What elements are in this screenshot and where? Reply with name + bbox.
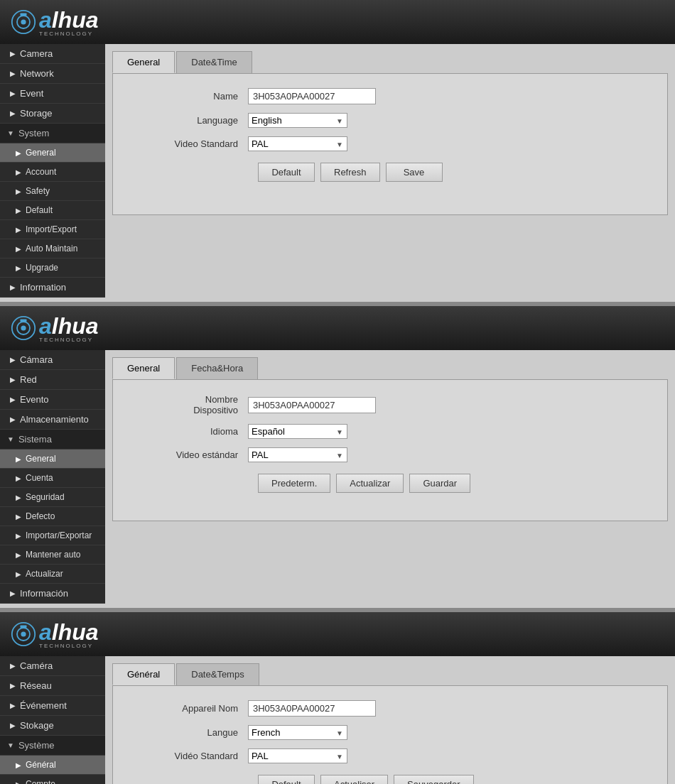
sidebar-item-1[interactable]: ▶Network: [0, 64, 105, 84]
form-label-0: Appareil Nom: [156, 703, 248, 714]
sidebar-item-0[interactable]: ▶Camera: [0, 44, 105, 64]
button-0[interactable]: Default: [258, 775, 315, 784]
select-wrapper-1: Español: [248, 424, 347, 439]
sidebar-item-11[interactable]: ▶Actualizar: [0, 565, 105, 584]
tabs: GeneralDate&Time: [112, 51, 668, 73]
svg-rect-7: [21, 319, 27, 322]
sidebar-arrow-7: ▶: [16, 187, 21, 195]
tab-0[interactable]: General: [112, 357, 175, 379]
sidebar-item-2[interactable]: ▶Evento: [0, 390, 105, 410]
button-1[interactable]: Actualiser: [320, 775, 388, 784]
sidebar-item-12[interactable]: ▶Información: [0, 584, 105, 604]
sidebar-arrow-12: ▶: [10, 589, 16, 597]
sidebar-item-10[interactable]: ▶Auto Maintain: [0, 239, 105, 258]
sidebar-arrow-0: ▶: [10, 662, 16, 670]
content-area: ▶Camera▶Network▶Event▶Storage▼System▶Gen…: [0, 44, 675, 298]
sidebar-label-7: Safety: [26, 186, 50, 196]
tab-1[interactable]: Fecha&Hora: [176, 357, 258, 379]
form-select-1[interactable]: Español: [248, 424, 347, 439]
form-label-1: Language: [156, 115, 248, 126]
logo-icon: [11, 315, 36, 341]
sidebar-arrow-2: ▶: [10, 89, 16, 97]
tab-0[interactable]: General: [112, 51, 175, 73]
panel-panel-english: a lhua TECHNOLOGY ▶Camera▶Network▶Event▶…: [0, 0, 675, 298]
sidebar-item-12[interactable]: ▶Information: [0, 278, 105, 298]
form-select-2[interactable]: PAL: [248, 748, 347, 763]
sidebar-item-5[interactable]: ▶General: [0, 143, 105, 163]
form-select-1[interactable]: French: [248, 725, 347, 740]
form-buttons: DefaultActualiserSauvegarder: [258, 775, 646, 784]
sidebar-item-8[interactable]: ▶Defecto: [0, 507, 105, 526]
sidebar-label-8: Default: [26, 205, 53, 215]
svg-rect-11: [21, 625, 27, 628]
sidebar-arrow-2: ▶: [10, 702, 16, 709]
tab-1[interactable]: Date&Temps: [176, 663, 259, 685]
logo-sub: TECHNOLOGY: [39, 643, 99, 649]
sidebar-item-11[interactable]: ▶Upgrade: [0, 258, 105, 278]
form-select-2[interactable]: PAL: [248, 136, 347, 151]
sidebar-item-0[interactable]: ▶Caméra: [0, 656, 105, 676]
button-2[interactable]: Guardar: [409, 474, 470, 493]
button-0[interactable]: Predeterm.: [258, 474, 330, 493]
form-label-2: Vidéo Standard: [156, 751, 248, 761]
button-1[interactable]: Actualizar: [336, 474, 404, 493]
sidebar-item-2[interactable]: ▶Événement: [0, 696, 105, 716]
sidebar-label-12: Information: [20, 282, 66, 293]
form-input-0[interactable]: [248, 88, 376, 104]
sidebar-item-5[interactable]: ▶Général: [0, 756, 105, 775]
sidebar-item-0[interactable]: ▶Cámara: [0, 350, 105, 370]
sidebar-item-1[interactable]: ▶Réseau: [0, 676, 105, 696]
sidebar-item-3[interactable]: ▶Storage: [0, 104, 105, 124]
sidebar-arrow-3: ▶: [10, 415, 16, 423]
form-label-0: Name: [156, 91, 248, 102]
main-content: GeneralDate&TimeNameLanguageEnglishVideo…: [105, 44, 675, 298]
form-label-2: Video estándar: [156, 450, 248, 460]
sidebar-item-5[interactable]: ▶General: [0, 450, 105, 469]
sidebar-item-1[interactable]: ▶Red: [0, 370, 105, 390]
sidebar-item-4[interactable]: ▼Système: [0, 736, 105, 756]
sidebar-label-2: Événement: [20, 700, 67, 711]
tab-0[interactable]: Général: [112, 663, 175, 685]
button-2[interactable]: Sauvegarder: [394, 775, 473, 784]
sidebar-item-3[interactable]: ▶Stokage: [0, 716, 105, 736]
sidebar-arrow-8: ▶: [16, 513, 21, 521]
sidebar-item-4[interactable]: ▼Sistema: [0, 430, 105, 450]
sidebar-label-6: Compte: [26, 779, 55, 784]
form-input-0[interactable]: [248, 397, 376, 413]
sidebar-item-6[interactable]: ▶Cuenta: [0, 469, 105, 488]
sidebar-label-2: Event: [20, 88, 43, 99]
form-row-1: LangueFrench: [156, 725, 646, 740]
sidebar-label-12: Información: [20, 588, 68, 599]
sidebar-label-6: Cuenta: [26, 473, 53, 483]
sidebar: ▶Cámara▶Red▶Evento▶Almacenamiento▼Sistem…: [0, 350, 105, 604]
sidebar-item-6[interactable]: ▶Compte: [0, 775, 105, 784]
sidebar-arrow-11: ▶: [16, 264, 21, 272]
content-area: ▶Caméra▶Réseau▶Événement▶Stokage▼Système…: [0, 656, 675, 784]
sidebar-item-8[interactable]: ▶Default: [0, 201, 105, 220]
form-row-0: NombreDispositivo: [156, 394, 646, 415]
svg-point-10: [21, 631, 26, 636]
sidebar-arrow-9: ▶: [16, 226, 21, 234]
sidebar-label-7: Seguridad: [26, 492, 65, 502]
sidebar-label-9: Importar/Exportar: [26, 530, 92, 540]
sidebar-item-4[interactable]: ▼System: [0, 124, 105, 143]
sidebar-item-9[interactable]: ▶Importar/Exportar: [0, 526, 105, 545]
sidebar-item-3[interactable]: ▶Almacenamiento: [0, 410, 105, 430]
button-0[interactable]: Default: [258, 163, 315, 182]
sidebar-item-6[interactable]: ▶Account: [0, 163, 105, 182]
logo-sub: TECHNOLOGY: [39, 337, 99, 343]
sidebar-item-7[interactable]: ▶Safety: [0, 182, 105, 201]
form-select-2[interactable]: PAL: [248, 447, 347, 462]
form-label-1: Idioma: [156, 426, 248, 437]
sidebar-item-2[interactable]: ▶Event: [0, 84, 105, 104]
button-2[interactable]: Save: [386, 163, 443, 182]
tab-1[interactable]: Date&Time: [176, 51, 252, 73]
form-select-1[interactable]: English: [248, 113, 347, 128]
panel-panel-french: a lhua TECHNOLOGY ▶Caméra▶Réseau▶Événeme…: [0, 612, 675, 784]
sidebar-item-9[interactable]: ▶Import/Export: [0, 220, 105, 239]
sidebar-label-3: Almacenamiento: [20, 414, 89, 425]
sidebar-item-10[interactable]: ▶Mantener auto: [0, 545, 105, 565]
button-1[interactable]: Refresh: [320, 163, 380, 182]
sidebar-item-7[interactable]: ▶Seguridad: [0, 488, 105, 507]
form-input-0[interactable]: [248, 700, 376, 717]
